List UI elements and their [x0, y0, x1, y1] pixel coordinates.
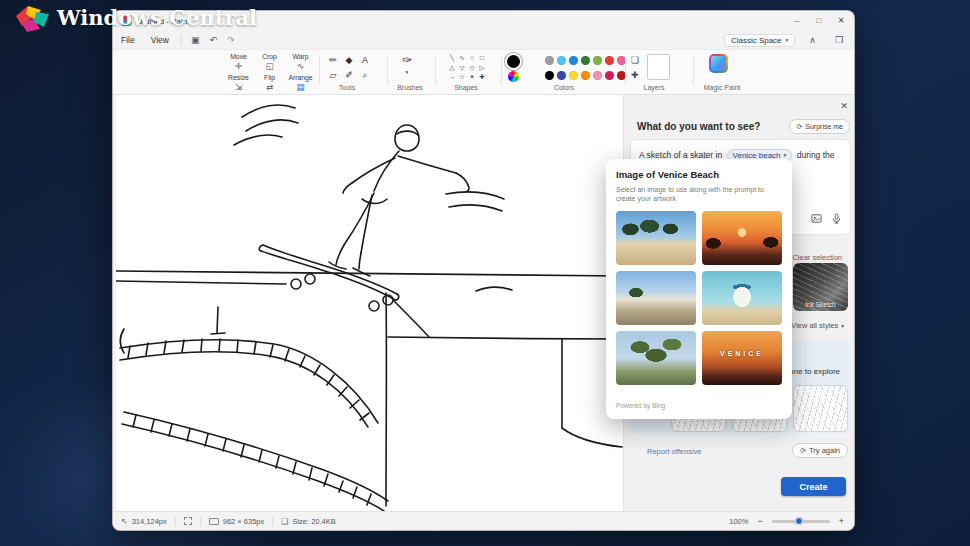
color-swatch[interactable]	[545, 71, 554, 80]
selection-size-icon	[184, 517, 192, 525]
maximize-button[interactable]: □	[808, 11, 830, 30]
color-swatch[interactable]	[605, 71, 614, 80]
ribbon-resize-button[interactable]: Resize⇲	[223, 73, 254, 94]
shape-1-icon[interactable]: ∿	[457, 53, 467, 63]
ribbon-warp-button[interactable]: Warp∿	[285, 52, 316, 73]
report-offensive-link[interactable]: Report offensive	[647, 447, 701, 456]
zoom-slider-thumb[interactable]	[795, 517, 803, 525]
try-again-button[interactable]: ⟳ Try again	[792, 443, 848, 458]
venice-beach-palms-photo[interactable]	[616, 211, 696, 265]
cursor-position: ↖ 314,124px	[121, 517, 167, 526]
layers-stack-icon[interactable]: ❏	[631, 55, 639, 65]
file-size: ❏ Size: 20.4KB	[281, 517, 336, 526]
magnifier-tool-icon[interactable]: ⌕	[357, 68, 373, 83]
ribbon-arrange-button[interactable]: Arrange▤	[285, 73, 316, 94]
color-swatch[interactable]	[593, 56, 602, 65]
create-button[interactable]: Create	[781, 477, 846, 496]
sketch-thumbnail[interactable]	[793, 385, 848, 432]
color-swatch[interactable]	[569, 71, 578, 80]
shape-11-icon[interactable]: ✚	[477, 72, 487, 82]
surprise-me-button[interactable]: ⟳ Surprise me	[789, 119, 850, 134]
shape-4-icon[interactable]: △	[447, 63, 457, 73]
venice-palm-trees-photo[interactable]	[616, 331, 696, 385]
close-button[interactable]: ✕	[830, 11, 852, 30]
close-panel-icon[interactable]: ✕	[840, 101, 848, 111]
resize-icon: ⇲	[223, 82, 254, 93]
color-swatch[interactable]	[569, 56, 578, 65]
window-title: Untitled - Paint	[137, 17, 189, 26]
ribbon-crop-button[interactable]: Crop◱	[254, 52, 285, 73]
collapse-ribbon-icon[interactable]: ∧	[804, 35, 821, 45]
flip-label: Flip	[254, 73, 285, 82]
shape-5-icon[interactable]: ▽	[457, 63, 467, 73]
palette-row-2	[545, 71, 626, 80]
save-icon[interactable]: ▣	[186, 35, 205, 45]
print-icon[interactable]: ❒	[830, 35, 848, 45]
crop-icon: ◱	[254, 61, 285, 72]
color-swatch[interactable]	[605, 56, 614, 65]
view-menu[interactable]: View	[143, 35, 177, 45]
color-swatch[interactable]	[581, 56, 590, 65]
text-tool-icon[interactable]: A	[357, 53, 373, 68]
selected-color-swatch[interactable]	[507, 55, 520, 68]
popup-photo-grid: VENICE	[616, 211, 782, 385]
shape-9-icon[interactable]: ☆	[457, 72, 467, 82]
style-name: Ink Sketch	[793, 301, 848, 308]
magic-paint-icon[interactable]	[709, 54, 728, 73]
color-swatch[interactable]	[545, 56, 554, 65]
popup-subtitle: Select an image to use along with the pr…	[616, 185, 771, 203]
ribbon-flip-button[interactable]: Flip⇄	[254, 73, 285, 94]
undo-icon[interactable]: ↶	[205, 35, 223, 45]
shape-8-icon[interactable]: →	[447, 72, 457, 82]
minimize-button[interactable]: –	[786, 11, 808, 30]
resize-label: Resize	[223, 73, 254, 82]
shape-10-icon[interactable]: ✶	[467, 72, 477, 82]
zoom-out-button[interactable]: −	[755, 516, 764, 526]
chevron-down-icon: ▾	[786, 37, 789, 43]
shape-0-icon[interactable]: ╲	[447, 53, 457, 63]
eraser-tool-icon[interactable]: ▱	[325, 68, 341, 83]
refresh-icon: ⟳	[800, 447, 806, 455]
color-swatch[interactable]	[581, 71, 590, 80]
venice-beach-sunset-photo[interactable]	[702, 211, 782, 265]
surprise-me-label: Surprise me	[805, 123, 843, 130]
panel-heading: What do you want to see?	[637, 121, 760, 132]
status-divider	[272, 517, 273, 526]
status-divider	[175, 517, 176, 526]
paint-app-icon	[121, 15, 132, 26]
ribbon-move-button[interactable]: Move✛	[223, 52, 254, 73]
add-image-icon[interactable]	[811, 210, 822, 228]
pencil-tool-icon[interactable]: ✏	[325, 53, 341, 68]
color-swatch[interactable]	[557, 56, 566, 65]
titlebar[interactable]: Untitled - Paint – □ ✕	[113, 11, 854, 31]
canvas-size-icon	[209, 518, 219, 525]
add-layer-icon[interactable]: ✚	[631, 70, 639, 80]
lifeguard-tower-photo[interactable]	[702, 271, 782, 325]
style-thumbnail-ink-sketch[interactable]: Ink Sketch	[793, 263, 848, 311]
shape-2-icon[interactable]: ○	[467, 53, 477, 63]
zoom-slider[interactable]	[772, 520, 830, 523]
file-menu[interactable]: File	[113, 35, 143, 45]
fill-tool-icon[interactable]: ◆	[341, 53, 357, 68]
venice-boardwalk-photo[interactable]	[616, 271, 696, 325]
paint-window: Untitled - Paint – □ ✕ File View ▣ ↶ ↷ C…	[112, 10, 855, 531]
clear-selection-link[interactable]: Clear selection	[792, 253, 842, 262]
color-swatch[interactable]	[593, 71, 602, 80]
drawing-canvas[interactable]	[116, 95, 623, 513]
microphone-icon[interactable]	[831, 210, 842, 228]
shape-7-icon[interactable]: ▷	[477, 63, 487, 73]
color-wheel-icon[interactable]	[508, 71, 519, 82]
shape-6-icon[interactable]: ◇	[467, 63, 477, 73]
brush-chevron-down-icon[interactable]: ▾	[397, 69, 417, 75]
view-all-styles-link[interactable]: View all styles ▾	[791, 321, 844, 330]
color-picker-tool-icon[interactable]: ✐	[341, 68, 357, 83]
color-swatch[interactable]	[557, 71, 566, 80]
venice-sign-photo[interactable]: VENICE	[702, 331, 782, 385]
brush-icon[interactable]: ✑	[397, 53, 417, 67]
redo-icon[interactable]: ↷	[222, 35, 240, 45]
theme-select[interactable]: Classic Space ▾	[724, 34, 795, 47]
layer-thumbnail[interactable]	[647, 54, 670, 80]
shape-3-icon[interactable]: □	[477, 53, 487, 63]
tools-label: Tools	[319, 84, 375, 91]
zoom-in-button[interactable]: +	[837, 516, 846, 526]
